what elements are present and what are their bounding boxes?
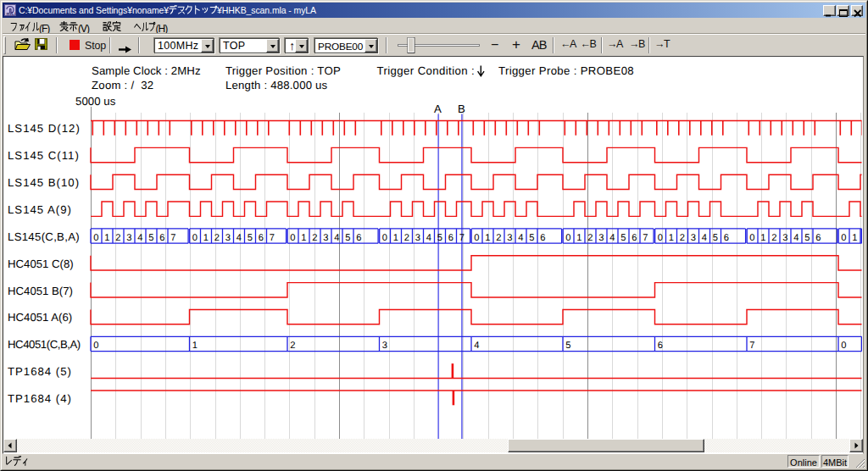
svg-text:1: 1 (669, 233, 674, 243)
svg-text:1: 1 (852, 233, 857, 243)
svg-text:5: 5 (804, 233, 810, 243)
svg-text:1: 1 (203, 233, 209, 243)
svg-text:1: 1 (760, 233, 765, 243)
svg-text:1: 1 (393, 233, 398, 243)
svg-text:4: 4 (702, 233, 707, 243)
svg-text:0: 0 (93, 233, 98, 243)
svg-text:6: 6 (448, 233, 453, 243)
svg-text:LS145 B(10): LS145 B(10) (8, 176, 80, 189)
svg-text:TP1684 (4): TP1684 (4) (8, 392, 72, 405)
svg-text:5: 5 (713, 233, 718, 243)
svg-text:A: A (434, 103, 442, 115)
svg-text:3: 3 (507, 233, 512, 243)
svg-text:2: 2 (404, 233, 409, 243)
svg-text:3: 3 (782, 233, 787, 243)
svg-text:4: 4 (137, 233, 142, 243)
svg-text:Sample Clock : 2MHz: Sample Clock : 2MHz (92, 64, 201, 77)
svg-text:0: 0 (565, 233, 570, 243)
svg-text:6: 6 (815, 233, 821, 243)
svg-text:4: 4 (793, 233, 798, 243)
svg-text:myLA: myLA (7, 12, 16, 16)
svg-text:2: 2 (496, 233, 501, 243)
svg-text:0: 0 (290, 233, 295, 243)
svg-text:7: 7 (749, 341, 754, 351)
svg-text:HC4051(C,B,A): HC4051(C,B,A) (8, 338, 81, 351)
svg-text:7: 7 (459, 233, 465, 243)
svg-text:1: 1 (485, 233, 490, 243)
svg-text:0: 0 (93, 341, 98, 351)
svg-text:LS145(C,B,A): LS145(C,B,A) (8, 230, 80, 243)
svg-text:3: 3 (691, 233, 696, 243)
svg-text:Trigger Position : TOP: Trigger Position : TOP (225, 64, 341, 77)
svg-text:5: 5 (248, 233, 253, 243)
svg-text:Trigger Condition :: Trigger Condition : (377, 64, 476, 77)
svg-text:Zoom : / 32: Zoom : / 32 (92, 79, 153, 91)
svg-text:2: 2 (587, 233, 593, 243)
svg-text:Length : 488.000 us: Length : 488.000 us (225, 79, 328, 91)
svg-text:6: 6 (632, 233, 637, 243)
svg-text:LS145 D(12): LS145 D(12) (8, 122, 81, 135)
svg-text:0: 0 (749, 233, 754, 243)
svg-text:7: 7 (170, 233, 175, 243)
svg-text:7: 7 (643, 233, 648, 243)
svg-text:5: 5 (148, 233, 153, 243)
svg-text:LS145 C(11): LS145 C(11) (8, 149, 80, 162)
svg-text:3: 3 (598, 233, 604, 243)
svg-text:4: 4 (236, 233, 242, 243)
svg-text:4: 4 (426, 233, 431, 243)
svg-text:5: 5 (345, 233, 350, 243)
svg-text:2: 2 (290, 341, 295, 351)
svg-text:5: 5 (565, 341, 570, 351)
svg-text:3: 3 (415, 233, 420, 243)
svg-text:5: 5 (620, 233, 626, 243)
svg-text:3: 3 (382, 341, 387, 351)
svg-text:HC4051 B(7): HC4051 B(7) (8, 285, 73, 297)
svg-text:7: 7 (270, 233, 275, 243)
svg-text:HC4051 A(6): HC4051 A(6) (8, 311, 72, 324)
svg-text:5: 5 (437, 233, 442, 243)
svg-text:2: 2 (115, 233, 120, 243)
svg-text:4: 4 (518, 233, 523, 243)
svg-text:4: 4 (609, 233, 615, 243)
svg-text:1: 1 (576, 233, 581, 243)
svg-text:1: 1 (104, 233, 109, 243)
svg-text:6: 6 (259, 233, 264, 243)
svg-text:0: 0 (474, 233, 479, 243)
svg-text:0: 0 (841, 341, 846, 351)
svg-text:3: 3 (225, 233, 231, 243)
svg-text:0: 0 (841, 233, 846, 243)
svg-text:2: 2 (214, 233, 220, 243)
svg-text:6: 6 (540, 233, 545, 243)
svg-text:TP1684 (5): TP1684 (5) (8, 365, 72, 378)
svg-text:B: B (458, 103, 465, 115)
svg-text:2: 2 (680, 233, 685, 243)
svg-text:0: 0 (658, 233, 663, 243)
svg-text:6: 6 (356, 233, 361, 243)
svg-text:1: 1 (192, 341, 198, 351)
svg-text:6: 6 (159, 233, 164, 243)
svg-text:1: 1 (301, 233, 306, 243)
svg-text:4: 4 (474, 341, 479, 351)
svg-text:6: 6 (724, 233, 729, 243)
svg-text:0: 0 (192, 233, 198, 243)
svg-text:6: 6 (658, 341, 663, 351)
svg-text:4: 4 (334, 233, 339, 243)
svg-text:3: 3 (126, 233, 131, 243)
svg-text:2: 2 (312, 233, 317, 243)
svg-text:5: 5 (529, 233, 534, 243)
svg-text:2: 2 (771, 233, 776, 243)
svg-text:LS145 A(9): LS145 A(9) (8, 203, 72, 216)
svg-text:Trigger Probe : PROBE08: Trigger Probe : PROBE08 (498, 64, 634, 77)
svg-text:3: 3 (323, 233, 328, 243)
svg-text:0: 0 (382, 233, 387, 243)
svg-text:HC4051 C(8): HC4051 C(8) (8, 258, 74, 270)
svg-text:5000 us: 5000 us (75, 95, 116, 108)
